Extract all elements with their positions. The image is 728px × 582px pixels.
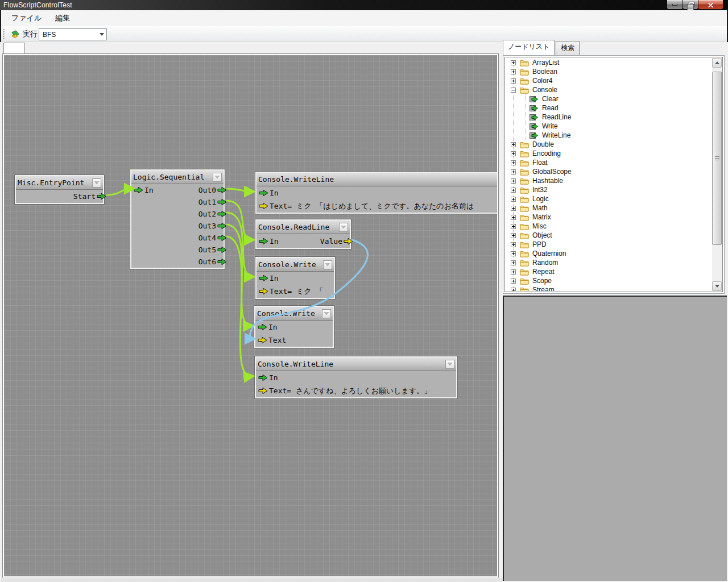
expand-icon[interactable] [511, 233, 516, 238]
minimize-button[interactable] [667, 0, 683, 10]
port-in[interactable]: In [258, 237, 279, 246]
tree-item-matrix[interactable]: Matrix [506, 213, 712, 222]
expand-icon[interactable] [511, 178, 516, 184]
tree-item-int32[interactable]: Int32 [506, 185, 712, 194]
node-header[interactable]: Console.Write [255, 307, 333, 321]
tree-item-math[interactable]: Math [506, 203, 712, 213]
tree-item-ppd[interactable]: PPD [506, 240, 712, 249]
close-button[interactable] [698, 0, 723, 10]
collapse-icon[interactable] [511, 88, 516, 93]
port-out2[interactable]: Out2 [198, 210, 222, 218]
node-logic-sequential[interactable]: Logic.Sequential In Out0 [130, 169, 225, 269]
expand-icon[interactable] [511, 188, 516, 193]
document-tab[interactable] [3, 43, 25, 55]
port-in[interactable]: In [133, 186, 154, 194]
port-text[interactable]: Text= ミク 「 [258, 286, 323, 297]
chevron-down-icon[interactable] [97, 29, 106, 40]
port-in[interactable]: In [257, 323, 278, 331]
port-out0[interactable]: Out0 [198, 186, 222, 194]
expand-icon[interactable] [511, 206, 516, 211]
mode-combobox[interactable]: BFS [39, 28, 107, 40]
expand-icon[interactable] [511, 169, 516, 174]
tree-item-arraylist[interactable]: ArrayList [506, 58, 712, 67]
node-header[interactable]: Misc.EntryPoint [16, 176, 103, 190]
tab-node-list[interactable]: ノードリスト [503, 40, 555, 55]
node-console-readline[interactable]: Console.ReadLine In Value [255, 219, 351, 249]
expand-icon[interactable] [511, 197, 516, 202]
tree-item-write[interactable]: Write [506, 122, 712, 131]
node-header[interactable]: Console.WriteLine [256, 357, 456, 371]
chevron-down-icon[interactable] [213, 173, 222, 182]
tree-item-repeat[interactable]: Repeat [506, 267, 712, 276]
menu-file[interactable]: ファイル [5, 11, 48, 26]
chevron-down-icon[interactable] [322, 309, 331, 318]
tree-item-float[interactable]: Float [506, 158, 712, 167]
expand-icon[interactable] [511, 151, 516, 156]
tree-item-misc[interactable]: Misc [506, 222, 712, 231]
tree-item-stream[interactable]: Stream [506, 285, 712, 291]
tree-item-globalscope[interactable]: GlobalScope [506, 167, 712, 176]
tree-item-hashtable[interactable]: Hashtable [506, 176, 712, 185]
expand-icon[interactable] [511, 142, 516, 147]
tree-item-console[interactable]: Console [506, 85, 712, 94]
port-out4[interactable]: Out4 [198, 234, 222, 242]
tree-item-encoding[interactable]: Encoding [506, 149, 712, 158]
chevron-down-icon[interactable] [339, 223, 348, 232]
run-button[interactable]: 実行 [8, 28, 40, 40]
graph-canvas[interactable]: Misc.EntryPoint Start Logic.Sequent [3, 54, 498, 577]
port-out6[interactable]: Out6 [198, 257, 222, 266]
port-out5[interactable]: Out5 [198, 246, 222, 254]
node-console-writeline-1[interactable]: Console.WriteLine In Text= ミク 「はじめまして、ミク… [255, 172, 498, 214]
scrollbar-thumb[interactable] [712, 72, 722, 245]
restore-button[interactable] [682, 0, 698, 10]
expand-icon[interactable] [511, 215, 516, 220]
expand-icon[interactable] [511, 69, 516, 74]
tab-search[interactable]: 検索 [556, 41, 580, 55]
port-text[interactable]: Text= さんですね、よろしくお願いします。」 [257, 386, 431, 396]
node-header[interactable]: Console.WriteLine [257, 173, 498, 186]
port-value-out[interactable]: Value [320, 237, 349, 246]
node-header[interactable]: Console.Write [257, 258, 334, 272]
expand-icon[interactable] [511, 278, 516, 284]
tree-item-logic[interactable]: Logic [506, 194, 712, 203]
chevron-down-icon[interactable] [445, 360, 454, 369]
tree-scrollbar[interactable] [712, 58, 722, 291]
expand-icon[interactable] [511, 242, 516, 247]
title-bar[interactable]: FlowScriptControlTest [0, 0, 728, 10]
tree-item-scope[interactable]: Scope [506, 276, 712, 285]
port-text[interactable]: Text= ミク 「はじめまして、ミクです。あなたのお名前は [258, 201, 474, 211]
port-start-out[interactable]: Start [73, 192, 102, 201]
expand-icon[interactable] [511, 224, 516, 229]
tree-item-quaternion[interactable]: Quaternion [506, 249, 712, 258]
tree-item-read[interactable]: Read [506, 103, 712, 113]
port-text[interactable]: Text [257, 336, 286, 344]
port-out3[interactable]: Out3 [198, 222, 222, 230]
node-console-write-2[interactable]: Console.Write In Text [254, 306, 334, 348]
tree-item-color4[interactable]: Color4 [506, 76, 712, 85]
expand-icon[interactable] [511, 269, 516, 275]
port-out1[interactable]: Out1 [198, 198, 222, 206]
port-in[interactable]: In [258, 274, 279, 282]
expand-icon[interactable] [511, 251, 516, 256]
tree-item-clear[interactable]: Clear [506, 94, 712, 103]
node-header[interactable]: Logic.Sequential [131, 171, 224, 184]
toolbar-grip[interactable] [3, 28, 5, 40]
tree-item-writeline[interactable]: WriteLine [506, 131, 712, 140]
port-in[interactable]: In [257, 373, 278, 382]
tree-item-boolean[interactable]: Boolean [506, 67, 712, 76]
tree-item-object[interactable]: Object [506, 231, 712, 240]
expand-icon[interactable] [511, 160, 516, 165]
tree-item-readline[interactable]: ReadLine [506, 113, 712, 122]
scroll-down-button[interactable] [712, 281, 722, 291]
tree-item-double[interactable]: Double [506, 140, 712, 149]
node-console-write-1[interactable]: Console.Write In Text= ミク 「 [255, 257, 335, 299]
menu-edit[interactable]: 編集 [48, 11, 77, 26]
expand-icon[interactable] [511, 60, 516, 65]
chevron-down-icon[interactable] [92, 178, 101, 188]
expand-icon[interactable] [511, 288, 516, 292]
node-console-writeline-2[interactable]: Console.WriteLine In Text= さんですね、よろしくお願い… [255, 356, 457, 398]
expand-icon[interactable] [511, 78, 516, 84]
tree-item-random[interactable]: Random [506, 258, 712, 267]
chevron-down-icon[interactable] [323, 260, 332, 269]
expand-icon[interactable] [511, 260, 516, 265]
